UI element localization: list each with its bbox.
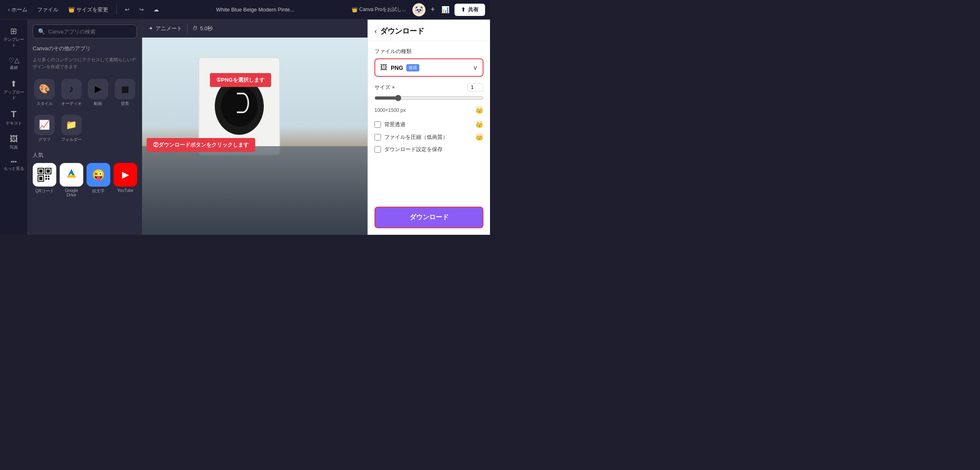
- download-body: ファイルの種類 🖼 PNG 推奨 ∨ サイズ × 100: [368, 41, 490, 203]
- svg-rect-5: [39, 177, 42, 180]
- sidebar-item-text[interactable]: T テキスト: [1, 106, 27, 129]
- popular-title: 人気: [33, 151, 137, 159]
- search-icon: 🔍: [38, 28, 45, 35]
- undo-icon: ↩: [125, 7, 129, 13]
- sidebar-item-photos[interactable]: 🖼 写真: [1, 131, 27, 154]
- divider: [116, 5, 117, 15]
- resize-button[interactable]: 👑 サイズを変更: [65, 4, 111, 15]
- svg-rect-7: [48, 176, 49, 177]
- search-input[interactable]: [48, 29, 131, 35]
- popular-googledrive[interactable]: Google Drive: [60, 163, 83, 197]
- video-icon-box: ▶: [88, 79, 108, 99]
- recommended-badge: 推奨: [406, 64, 419, 71]
- app-video[interactable]: ▶ 動画: [87, 76, 110, 109]
- popular-emoji[interactable]: 😜 絵文字: [87, 163, 110, 197]
- bg-transparent-crown: 👑: [475, 120, 483, 128]
- youtube-icon-box: ▶: [114, 163, 137, 187]
- popular-qrcode[interactable]: QRコード: [33, 163, 56, 197]
- file-label: ファイル: [37, 6, 58, 13]
- home-label: ホーム: [11, 6, 27, 13]
- sidebar-item-more[interactable]: ••• もっと見る: [1, 155, 27, 175]
- templates-label: テンプレート: [2, 37, 25, 48]
- download-title: ダウンロード: [380, 26, 424, 36]
- user-avatar[interactable]: 🐼: [412, 3, 425, 16]
- compress-checkbox[interactable]: [374, 134, 381, 140]
- compress-label: ファイルを圧縮（低画質）: [384, 134, 448, 141]
- sidebar-item-upload[interactable]: ⬆ アップロード: [1, 76, 27, 104]
- app-background[interactable]: ▦ 背景: [113, 76, 137, 109]
- app-folder[interactable]: 📁 フォルダー: [60, 112, 83, 145]
- svg-rect-8: [45, 178, 47, 180]
- canvas-content[interactable]: ①PNGを選択します ②ダウンロードボタンをクリックします: [142, 38, 368, 235]
- sidebar-item-templates[interactable]: ⊞ テンプレート: [1, 23, 27, 51]
- apps-grid: 🎨 スタイル ♪ オーディオ ▶ 動画 ▦ 背景 📈 グラフ 📁 フォルダー: [33, 76, 137, 145]
- bg-transparent-row: 背景透過 👑: [374, 120, 483, 128]
- chevron-down-icon: ∨: [473, 64, 478, 71]
- size-row: サイズ ×: [374, 83, 483, 91]
- svg-marker-16: [67, 175, 76, 178]
- sidebar-item-elements[interactable]: ♡△ 素材: [1, 53, 27, 74]
- sidebar-icons: ⊞ テンプレート ♡△ 素材 ⬆ アップロード T テキスト 🖼 写真 ••• …: [0, 20, 28, 235]
- file-type-name: PNG: [391, 65, 403, 71]
- analytics-button[interactable]: 📊: [440, 4, 451, 15]
- download-button[interactable]: ダウンロード: [374, 207, 483, 228]
- share-button[interactable]: ⬆ 共有: [454, 4, 485, 16]
- pro-label: Canva Proをお試し...: [359, 6, 406, 13]
- download-btn-label: ダウンロード: [410, 214, 449, 221]
- download-panel: ‹ ダウンロード ファイルの種類 🖼 PNG 推奨 ∨ サイズ ×: [368, 20, 490, 235]
- animate-button[interactable]: ✦ アニメート: [149, 25, 182, 32]
- apps-section-desc: より多くのコンテンツにアクセスして素晴らしいデザインを作成できます: [33, 56, 137, 70]
- redo-icon: ↪: [139, 7, 144, 13]
- animate-icon: ✦: [149, 25, 153, 31]
- save-settings-row: ダウンロード設定を保存: [374, 146, 483, 153]
- redo-button[interactable]: ↪: [136, 5, 147, 14]
- app-graph[interactable]: 📈 グラフ: [33, 112, 56, 145]
- save-settings-checkbox[interactable]: [374, 146, 381, 153]
- back-chevron-icon: ‹: [8, 7, 10, 13]
- topbar: ‹ ホーム ファイル 👑 サイズを変更 ↩ ↪ ☁ White Blue Bei…: [0, 0, 490, 20]
- search-bar[interactable]: 🔍: [33, 25, 137, 38]
- file-type-selector[interactable]: 🖼 PNG 推奨 ∨: [374, 58, 483, 77]
- googledrive-icon-box: [60, 163, 83, 187]
- app-audio[interactable]: ♪ オーディオ: [60, 76, 83, 109]
- emoji-icon-box: 😜: [87, 163, 110, 187]
- compress-row: ファイルを圧縮（低画質） 👑: [374, 133, 483, 141]
- download-header: ‹ ダウンロード: [368, 20, 490, 41]
- style-icon-box: 🎨: [34, 79, 55, 99]
- canvas-toolbar: ✦ アニメート ⏱ 5.0秒: [142, 20, 368, 38]
- file-type-label: ファイルの種類: [374, 48, 483, 55]
- clock-icon: ⏱: [192, 25, 198, 31]
- undo-button[interactable]: ↩: [122, 5, 133, 14]
- background-label: 背景: [121, 101, 129, 107]
- file-button[interactable]: ファイル: [34, 4, 62, 15]
- app-style[interactable]: 🎨 スタイル: [33, 76, 56, 109]
- animate-label: アニメート: [156, 25, 182, 32]
- file-type-icon: 🖼: [380, 63, 388, 72]
- video-label: 動画: [94, 101, 102, 107]
- compress-left: ファイルを圧縮（低画質）: [374, 134, 448, 141]
- size-slider[interactable]: [374, 95, 483, 101]
- upload-label: アップロード: [2, 89, 25, 101]
- popular-grid: QRコード: [33, 163, 137, 197]
- bg-transparent-checkbox[interactable]: [374, 121, 381, 128]
- upload-icon: ⬆: [10, 79, 17, 89]
- canva-pro-button[interactable]: 👑 Canva Proをお試し...: [348, 4, 410, 15]
- download-back-button[interactable]: ‹: [374, 27, 377, 36]
- share-label: 共有: [468, 6, 479, 13]
- home-button[interactable]: ‹ ホーム: [5, 4, 31, 15]
- elements-label: 素材: [10, 65, 18, 71]
- cloud-save-button[interactable]: ☁: [150, 5, 162, 14]
- folder-label: フォルダー: [61, 137, 82, 143]
- popular-youtube[interactable]: ▶ YouTube: [114, 163, 137, 197]
- background-icon-box: ▦: [115, 79, 135, 99]
- photos-icon: 🖼: [10, 134, 18, 144]
- crown-icon: 👑: [475, 106, 483, 114]
- slider-row[interactable]: [374, 95, 483, 103]
- googledrive-label: Google Drive: [60, 188, 83, 197]
- svg-rect-1: [39, 169, 42, 173]
- add-button[interactable]: +: [429, 4, 437, 16]
- graph-label: グラフ: [38, 137, 51, 143]
- save-settings-left: ダウンロード設定を保存: [374, 146, 443, 153]
- svg-rect-3: [47, 169, 50, 173]
- size-input[interactable]: [467, 83, 483, 91]
